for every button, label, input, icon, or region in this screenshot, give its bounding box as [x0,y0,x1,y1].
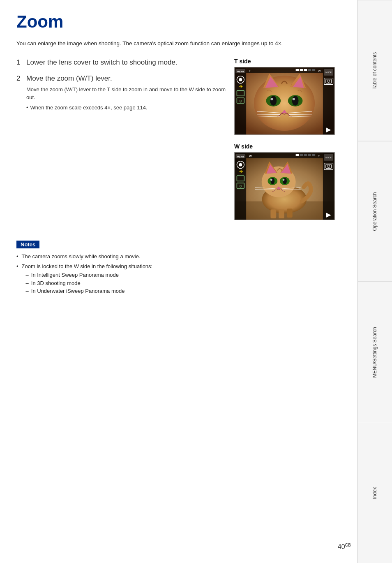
svg-rect-35 [246,67,323,73]
svg-text:MENU: MENU [237,155,244,158]
t-side-camera-image: MENU Q [234,67,335,135]
svg-point-10 [270,98,273,101]
w-side-image-section: W side [234,143,341,220]
svg-point-23 [239,78,242,81]
svg-rect-81 [246,153,323,158]
svg-rect-86 [312,154,315,156]
notes-sub-item-1: In Intelligent Sweep Panorama mode [26,271,153,279]
notes-item-1: The camera zooms slowly while shooting a… [16,253,341,261]
step-2-bullet: When the zoom scale exceeds 4×, see page… [26,104,226,112]
step-1-title: Lower the lens cover to switch to shooti… [26,58,178,67]
svg-point-69 [239,163,242,167]
notes-sub-item-3: In Underwater iSweep Panorama mode [26,287,153,295]
notes-list: The camera zooms slowly while shooting a… [16,253,341,295]
svg-rect-84 [304,154,307,156]
svg-point-11 [293,98,295,101]
svg-rect-82 [296,154,299,156]
step-2-number: 2 [16,74,22,83]
svg-point-55 [270,179,272,181]
svg-text:MODE: MODE [325,157,332,159]
svg-rect-62 [270,210,276,219]
svg-rect-83 [300,154,303,156]
w-side-camera-image: MENU Q MODE [234,152,335,220]
svg-point-56 [283,179,285,181]
step-1-number: 1 [16,58,22,67]
notes-item-2: Zoom is locked to the W side in the foll… [16,262,341,295]
svg-text:Q: Q [240,100,242,103]
svg-text:W: W [318,70,321,72]
svg-point-1 [254,76,315,131]
svg-point-8 [270,96,277,106]
svg-rect-74 [323,153,334,220]
page-title: Zoom [16,12,341,31]
svg-rect-36 [296,69,299,71]
notes-sub-item-2: In 3D shooting mode [26,279,153,287]
svg-point-53 [270,178,274,185]
t-side-label: T side [234,58,341,65]
sidebar-tab-index[interactable]: Index [358,423,392,563]
svg-point-54 [283,178,287,185]
step-1: 1 Lower the lens cover to switch to shoo… [16,58,226,67]
svg-rect-37 [300,69,303,71]
notes-badge: Notes [16,241,39,248]
sidebar-tab-toc[interactable]: Table of contents [358,0,392,141]
svg-text:Q: Q [240,185,242,188]
step-2-title: Move the zoom (W/T) lever. [26,74,112,83]
svg-text:MENU: MENU [237,70,244,73]
page-number: 40GB [338,543,351,551]
svg-rect-63 [279,210,284,219]
sidebar-tab-menu[interactable]: MENU/Settings Search [358,282,392,423]
notes-sub-list: In Intelligent Sweep Panorama mode In 3D… [26,271,153,295]
right-sidebar: Table of contents Operation Search MENU/… [357,0,392,563]
sidebar-tab-operation[interactable]: Operation Search [358,141,392,282]
intro-text: You can enlarge the image when shooting.… [16,39,341,48]
t-side-image-section: T side [234,58,341,135]
notes-section: Notes The camera zooms slowly while shoo… [16,241,341,295]
step-2-body: Move the zoom (W/T) lever to the T side … [26,86,226,102]
svg-rect-40 [312,69,315,71]
svg-point-9 [292,96,299,106]
svg-rect-64 [287,209,293,218]
svg-rect-38 [304,69,307,71]
svg-text:MODE: MODE [325,72,332,74]
svg-text:W: W [249,155,252,158]
svg-rect-28 [323,67,334,134]
svg-rect-85 [308,154,311,156]
step-2: 2 Move the zoom (W/T) lever. Move the zo… [16,74,226,112]
w-side-label: W side [234,143,341,150]
svg-rect-39 [308,69,311,71]
